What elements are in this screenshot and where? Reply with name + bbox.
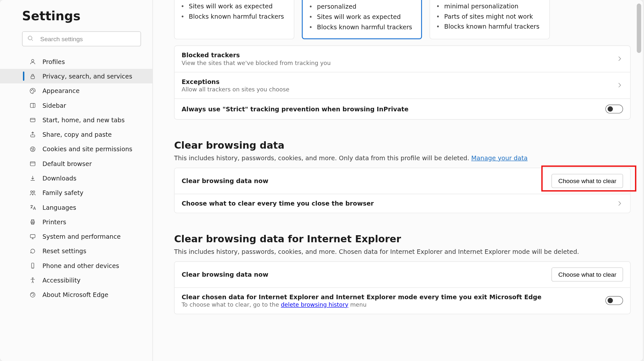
clear-ie-now-row: Clear browsing data now Choose what to c… (175, 262, 630, 287)
clear-ie-description: This includes history, passwords, cookie… (174, 248, 630, 255)
sidebar-item-label: Privacy, search, and services (43, 73, 132, 80)
sidebar-item-printers[interactable]: Printers (0, 215, 152, 229)
sidebar-item-appearance[interactable]: Appearance (0, 83, 152, 98)
svg-rect-3 (31, 76, 34, 79)
svg-rect-24 (32, 222, 34, 224)
svg-point-31 (30, 292, 35, 297)
svg-point-16 (33, 149, 34, 150)
sidebar-item-downloads[interactable]: Downloads (0, 171, 152, 185)
clear-now-row: Clear browsing data now Choose what to c… (175, 168, 630, 194)
search-input[interactable] (39, 35, 136, 43)
tab-icon (29, 116, 36, 123)
svg-point-14 (33, 148, 34, 148)
sidebar-item-label: Phone and other devices (43, 262, 119, 269)
sidebar-item-label: Family safety (43, 189, 83, 196)
sidebar: Settings Profiles Privacy, search, and s… (0, 0, 153, 361)
exceptions-row[interactable]: Exceptions Allow all trackers on sites y… (175, 72, 630, 98)
card-bullet: Sites will work as expected (189, 2, 273, 11)
cookie-icon (29, 145, 36, 153)
card-bullet: personalized (317, 3, 356, 11)
sidebar-item-phone[interactable]: Phone and other devices (0, 258, 152, 273)
palette-icon (29, 87, 36, 94)
sidebar-item-sidebar[interactable]: Sidebar (0, 98, 152, 113)
sidebar-item-label: Cookies and site permissions (43, 145, 132, 153)
tracking-card-balanced[interactable]: personalized Sites will work as expected… (302, 0, 422, 39)
clear-ie-chosen-row: Clear chosen data for Internet Explorer … (175, 287, 630, 313)
svg-line-1 (32, 39, 33, 41)
card-bullet: Parts of sites might not work (444, 12, 533, 21)
sidebar-item-default-browser[interactable]: Default browser (0, 156, 152, 171)
svg-rect-17 (30, 162, 35, 166)
strict-inprivate-toggle[interactable] (605, 105, 623, 113)
clear-description: This includes history, passwords, cookie… (174, 154, 630, 162)
sidebar-nav: Profiles Privacy, search, and services A… (0, 54, 152, 302)
sidebar-item-cookies[interactable]: Cookies and site permissions (0, 142, 152, 156)
sidebar-item-label: Sidebar (43, 102, 66, 109)
family-icon (29, 189, 36, 196)
sub-text: menu (348, 301, 367, 308)
clear-ie-heading: Clear browsing data for Internet Explore… (174, 233, 630, 244)
chevron-right-icon (616, 82, 623, 89)
sidebar-item-label: System and performance (43, 233, 121, 240)
sidebar-item-languages[interactable]: Languages (0, 200, 152, 214)
sidebar-item-reset[interactable]: Reset settings (0, 244, 152, 258)
row-subtitle: To choose what to clear, go to the delet… (182, 301, 542, 308)
svg-rect-23 (32, 219, 34, 221)
choose-what-to-clear-ie-button[interactable]: Choose what to clear (552, 267, 623, 282)
blocked-trackers-row[interactable]: Blocked trackers View the sites that we'… (175, 46, 630, 72)
clear-ie-card: Clear browsing data now Choose what to c… (174, 261, 630, 314)
sidebar-item-family[interactable]: Family safety (0, 185, 152, 200)
svg-point-5 (33, 89, 33, 89)
reset-icon (29, 247, 36, 255)
sidebar-item-start[interactable]: Start, home, and new tabs (0, 113, 152, 127)
sidebar-item-privacy[interactable]: Privacy, search, and services (0, 69, 152, 83)
sidebar-item-share[interactable]: Share, copy and paste (0, 127, 152, 142)
sidebar-item-label: Downloads (43, 174, 76, 181)
row-subtitle: Allow all trackers on sites you choose (182, 86, 289, 93)
row-title: Exceptions (182, 78, 289, 85)
sidebar-item-about[interactable]: About Microsoft Edge (0, 287, 152, 302)
svg-point-15 (32, 150, 33, 150)
main-content: Sites will work as expected Blocks known… (153, 0, 643, 361)
sidebar-item-label: Default browser (43, 160, 92, 167)
card-bullet: Blocks known harmful trackers (444, 23, 540, 31)
svg-point-2 (32, 59, 34, 61)
edge-icon (29, 291, 36, 298)
search-icon (27, 35, 34, 43)
delete-browsing-history-link[interactable]: delete browsing history (281, 301, 348, 308)
svg-point-21 (33, 190, 34, 192)
svg-point-6 (34, 90, 34, 90)
sidebar-item-system[interactable]: System and performance (0, 229, 152, 244)
tracking-card-basic[interactable]: Sites will work as expected Blocks known… (174, 0, 294, 39)
clear-data-card: Clear browsing data now Choose what to c… (174, 168, 630, 213)
download-icon (29, 174, 36, 181)
accessibility-icon (29, 276, 36, 283)
sidebar-item-accessibility[interactable]: Accessibility (0, 273, 152, 287)
svg-point-0 (28, 36, 32, 40)
panel-icon (29, 102, 36, 109)
clear-heading: Clear browsing data (174, 140, 630, 151)
sub-text: To choose what to clear, go to the (182, 301, 281, 308)
sidebar-item-label: Profiles (43, 58, 65, 65)
search-box[interactable] (22, 31, 141, 46)
svg-point-30 (32, 277, 34, 279)
share-icon (29, 131, 36, 138)
tracking-card-strict[interactable]: minimal personalization Parts of sites m… (429, 0, 550, 39)
printer-icon (29, 218, 36, 225)
svg-point-20 (31, 190, 32, 192)
card-bullet: Sites will work as expected (317, 13, 401, 21)
sidebar-item-label: Reset settings (43, 247, 86, 255)
clear-everytime-row[interactable]: Choose what to clear every time you clos… (175, 194, 630, 213)
manage-your-data-link[interactable]: Manage your data (471, 154, 528, 162)
sidebar-item-profiles[interactable]: Profiles (0, 54, 152, 69)
clear-ie-chosen-toggle[interactable] (605, 296, 623, 305)
svg-rect-9 (30, 118, 35, 122)
choose-what-to-clear-button[interactable]: Choose what to clear (552, 174, 623, 188)
svg-point-12 (30, 147, 35, 152)
sidebar-item-label: Languages (43, 204, 76, 211)
browser-icon (29, 160, 36, 167)
lock-icon (29, 73, 36, 80)
svg-rect-11 (31, 135, 35, 137)
phone-icon (29, 262, 36, 269)
svg-rect-7 (30, 103, 35, 107)
